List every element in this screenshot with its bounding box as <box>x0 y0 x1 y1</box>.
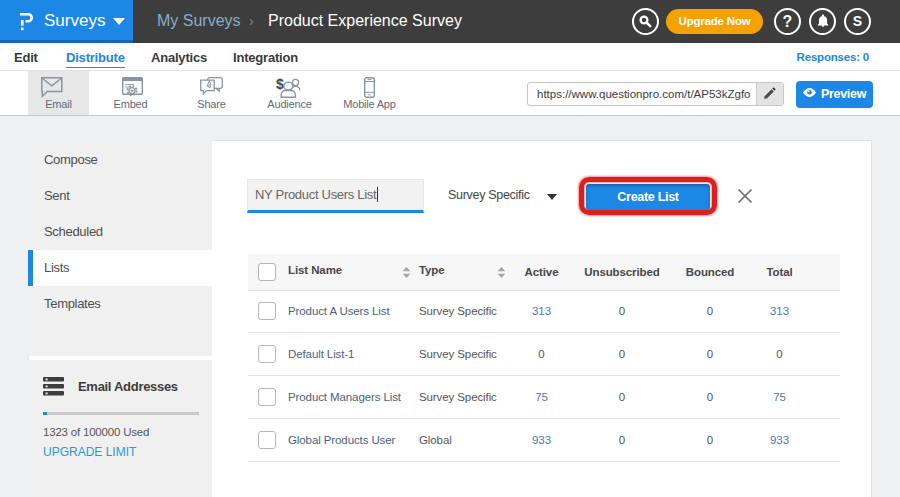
svg-text:$: $ <box>276 76 284 92</box>
